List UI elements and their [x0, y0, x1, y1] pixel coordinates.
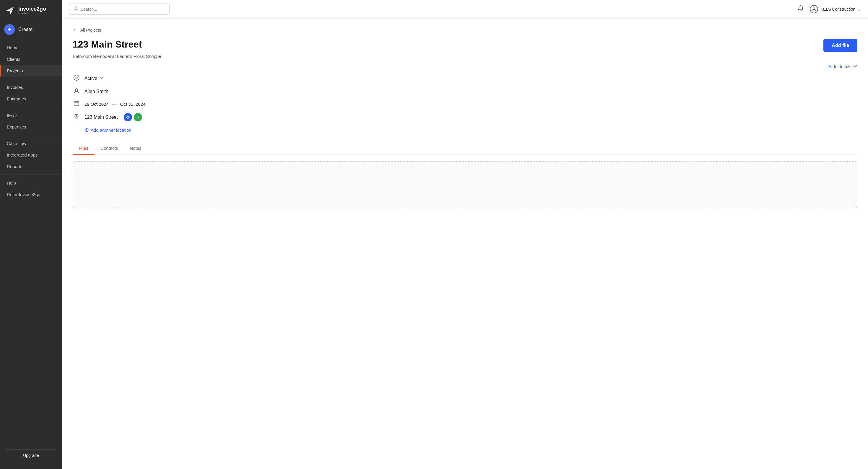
status-row: Active — [73, 74, 857, 83]
create-button[interactable]: + Create — [4, 23, 58, 37]
sidebar-item-projects-label: Projects — [7, 68, 23, 73]
sidebar-item-invoices[interactable]: Invoices — [0, 82, 62, 93]
sidebar-item-estimates[interactable]: Estimates — [0, 93, 62, 104]
sidebar: Invoice2go from bill + Create Home Clien… — [0, 0, 62, 469]
page-content: ← All Projects 123 Main Street Add file … — [62, 19, 868, 469]
tab-files-label: Files — [79, 146, 89, 151]
date-range: 19 Oct 2024 — Oct 31, 2024 — [85, 102, 146, 106]
nav-group-main: Home Clients Projects Invoices Estimates… — [0, 42, 62, 200]
hide-details-label: Hide details — [829, 64, 851, 69]
date-dash: — — [112, 102, 117, 106]
contact-row: Allen Smith — [73, 88, 857, 95]
page-subtitle: Bathroom Remodel at Laurel's Floral Shop… — [73, 54, 857, 59]
user-name-label: KELS Construction — [820, 7, 855, 11]
end-date: Oct 31, 2024 — [120, 102, 146, 106]
tabs-row: Files Contacts Notes — [73, 142, 857, 155]
integration-icon-1[interactable] — [124, 113, 132, 121]
location-row: 123 Main Street G — [73, 113, 857, 121]
tab-notes[interactable]: Notes — [124, 142, 147, 155]
sidebar-item-reports-label: Reports — [7, 164, 23, 169]
add-location-plus-icon: ⊕ — [85, 127, 89, 133]
add-location-button[interactable]: ⊕ Add another location — [85, 127, 131, 133]
details-section: Active Allen Smith — [73, 74, 857, 133]
sidebar-item-help-label: Help — [7, 181, 16, 185]
add-file-button[interactable]: Add file — [824, 39, 857, 52]
tab-contacts[interactable]: Contacts — [94, 142, 124, 155]
nav-divider-1 — [0, 79, 62, 79]
header-right: KELS Construction ⌄ — [798, 5, 861, 13]
status-check-icon — [73, 74, 80, 83]
sidebar-item-home-label: Home — [7, 45, 19, 50]
sidebar-item-cashflow-label: Cash flow — [7, 141, 26, 146]
logo-icon — [5, 5, 16, 16]
svg-point-4 — [75, 89, 78, 91]
file-drop-zone[interactable] — [73, 161, 857, 208]
location-content: 123 Main Street G — [85, 113, 142, 121]
contact-name: Allen Smith — [85, 89, 108, 94]
svg-point-9 — [76, 116, 77, 117]
sidebar-item-clients[interactable]: Clients — [0, 54, 62, 65]
search-icon — [73, 6, 78, 12]
plus-icon: + — [8, 26, 11, 33]
start-date: 19 Oct 2024 — [85, 102, 109, 106]
sidebar-item-expenses-label: Expenses — [7, 124, 26, 129]
status-badge: Active — [85, 76, 97, 81]
back-arrow-icon[interactable]: ← — [73, 27, 78, 33]
add-location-label: Add another location — [91, 128, 131, 133]
svg-point-3 — [74, 75, 79, 80]
nav-divider-4 — [0, 175, 62, 175]
integration-icons: G — [124, 113, 142, 121]
google-icon-letter: G — [136, 115, 139, 119]
breadcrumb[interactable]: All Projects — [80, 28, 101, 32]
create-circle-icon: + — [4, 24, 15, 35]
user-menu-chevron-icon: ⌄ — [858, 7, 861, 11]
logo-sub-text: from bill — [18, 12, 46, 15]
sidebar-logo: Invoice2go from bill — [0, 0, 62, 20]
page-title: 123 Main Street — [73, 39, 142, 50]
logo-primary-text: Invoice2go — [18, 6, 46, 12]
date-row: 19 Oct 2024 — Oct 31, 2024 — [73, 100, 857, 108]
upgrade-button[interactable]: Upgrade — [5, 449, 57, 461]
location-text: 123 Main Street — [85, 115, 118, 120]
sidebar-item-refer[interactable]: Refer Invoice2go — [0, 189, 62, 200]
integration-icon-2[interactable]: G — [134, 113, 142, 121]
sidebar-item-integrated-apps[interactable]: Integrated apps — [0, 149, 62, 161]
sidebar-item-estimates-label: Estimates — [7, 96, 26, 101]
sidebar-item-reports[interactable]: Reports — [0, 161, 62, 172]
hide-details-button[interactable]: Hide details — [829, 64, 857, 69]
sidebar-item-clients-label: Clients — [7, 57, 20, 62]
tab-contacts-label: Contacts — [100, 146, 118, 151]
status-chevron-icon — [99, 76, 103, 81]
sidebar-item-expenses[interactable]: Expenses — [0, 121, 62, 133]
sidebar-item-help[interactable]: Help — [0, 177, 62, 189]
sidebar-item-items-label: Items — [7, 113, 18, 118]
person-icon — [73, 88, 80, 95]
status-dropdown[interactable]: Active — [85, 76, 103, 81]
svg-rect-5 — [74, 102, 79, 106]
page-header-row: 123 Main Street Add file — [73, 39, 857, 52]
calendar-icon — [73, 100, 80, 108]
logo-text: Invoice2go from bill — [18, 6, 46, 15]
tab-notes-label: Notes — [130, 146, 141, 151]
search-input[interactable] — [81, 7, 165, 11]
user-area[interactable]: KELS Construction ⌄ — [810, 5, 861, 13]
sidebar-item-integrated-apps-label: Integrated apps — [7, 152, 37, 157]
header: KELS Construction ⌄ — [62, 0, 868, 19]
hide-details-chevron-icon — [853, 64, 857, 69]
sidebar-item-home[interactable]: Home — [0, 42, 62, 54]
nav-divider-2 — [0, 107, 62, 107]
sidebar-item-refer-label: Refer Invoice2go — [7, 192, 40, 197]
search-bar — [69, 4, 169, 15]
sidebar-item-projects[interactable]: Projects — [0, 65, 62, 76]
svg-line-1 — [77, 9, 78, 11]
sidebar-item-invoices-label: Invoices — [7, 85, 23, 90]
create-label: Create — [18, 27, 32, 32]
sidebar-item-cashflow[interactable]: Cash flow — [0, 137, 62, 149]
add-location-row: ⊕ Add another location — [73, 127, 857, 133]
tab-files[interactable]: Files — [73, 142, 94, 155]
user-avatar-icon — [810, 5, 818, 13]
main-area: KELS Construction ⌄ ← All Projects 123 M… — [62, 0, 868, 469]
hide-details-row: Hide details — [73, 64, 857, 69]
notification-bell-icon[interactable] — [798, 5, 804, 13]
sidebar-item-items[interactable]: Items — [0, 110, 62, 121]
